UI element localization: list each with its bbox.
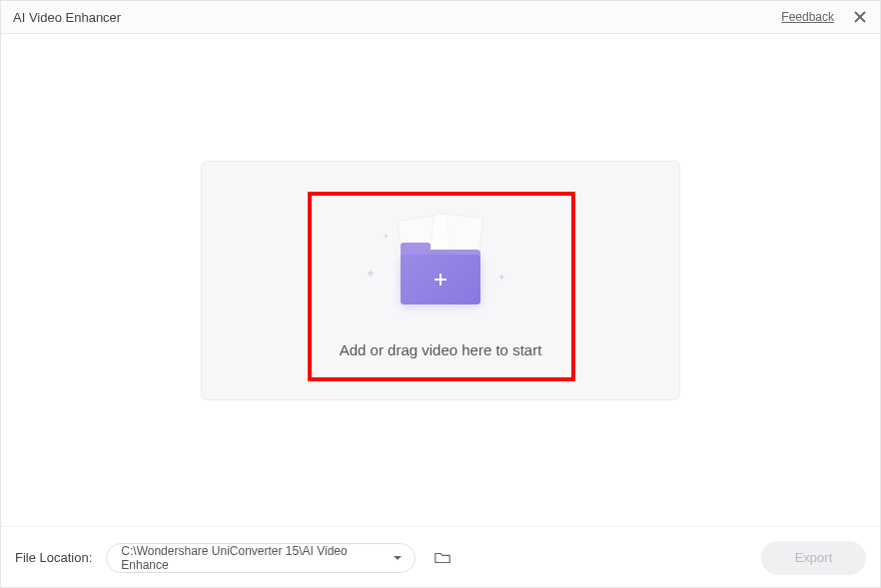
video-drop-zone[interactable]: ✦ ✦ ✦ Add or drag video here to start <box>201 161 680 400</box>
sparkle-icon: ✦ <box>366 267 376 281</box>
drop-zone-text: Add or drag video here to start <box>340 341 542 358</box>
sparkle-icon: ✦ <box>383 232 390 241</box>
file-location-select[interactable]: C:\Wondershare UniConverter 15\AI Video … <box>106 543 416 573</box>
app-title: AI Video Enhancer <box>13 10 781 25</box>
feedback-link[interactable]: Feedback <box>781 10 834 24</box>
sparkle-icon: ✦ <box>497 272 505 283</box>
close-icon <box>852 9 868 25</box>
chevron-down-icon <box>393 553 403 563</box>
file-location-label: File Location: <box>15 550 92 565</box>
folder-icon <box>401 247 480 304</box>
plus-icon <box>434 273 447 287</box>
export-button[interactable]: Export <box>761 541 866 575</box>
close-button[interactable] <box>852 9 868 25</box>
footer-bar: File Location: C:\Wondershare UniConvert… <box>1 526 880 588</box>
folder-open-icon <box>434 549 451 567</box>
browse-folder-button[interactable] <box>432 547 453 569</box>
file-location-path: C:\Wondershare UniConverter 15\AI Video … <box>121 544 385 572</box>
title-bar: AI Video Enhancer Feedback <box>1 1 880 34</box>
main-area: ✦ ✦ ✦ Add or drag video here to start <box>1 34 880 526</box>
folder-illustration: ✦ ✦ ✦ <box>371 212 510 311</box>
